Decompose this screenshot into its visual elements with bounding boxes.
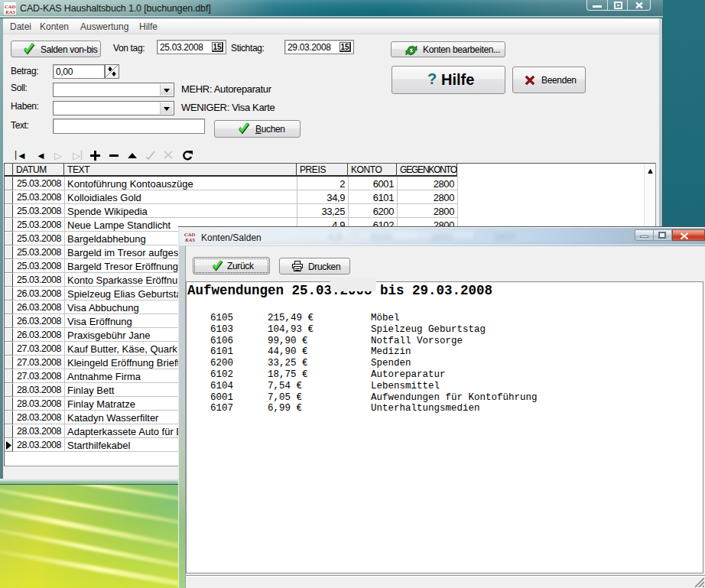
svg-text:KAS: KAS bbox=[184, 237, 195, 243]
svg-text:KAS: KAS bbox=[5, 9, 15, 15]
